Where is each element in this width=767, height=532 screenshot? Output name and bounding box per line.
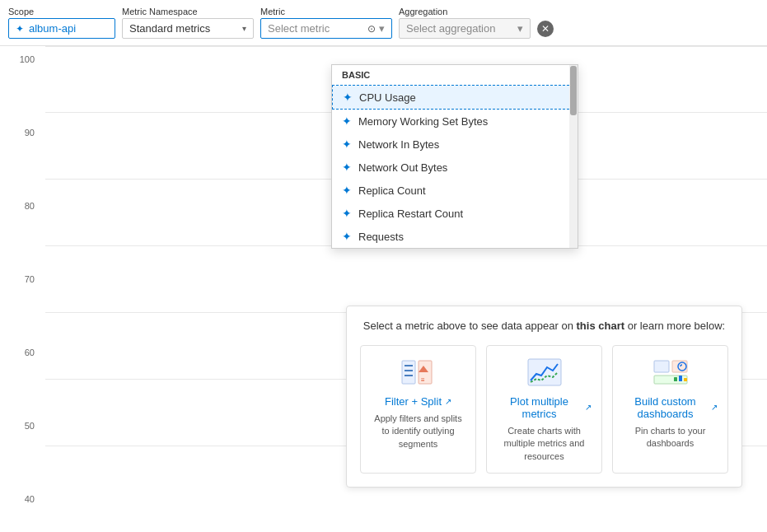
metric-label: Metric [260, 7, 392, 16]
plot-multiple-title: Plot multiple metrics ↗ [497, 395, 592, 420]
chart-icon [497, 356, 592, 389]
info-title-bold: this chart [577, 320, 625, 332]
y-label-50: 50 [4, 421, 41, 431]
toolbar: Scope ✦ album-api Metric Namespace Stand… [0, 0, 767, 46]
y-label-100: 100 [4, 54, 41, 64]
metric-namespace-dropdown[interactable]: Standard metrics ▾ [122, 18, 254, 39]
filter-split-card[interactable]: ≡ Filter + Split ↗ Apply filters and spl… [360, 345, 476, 474]
info-cards: ≡ Filter + Split ↗ Apply filters and spl… [360, 345, 728, 474]
main-container: Scope ✦ album-api Metric Namespace Stand… [0, 0, 767, 532]
metric-item-icon: ✦ [342, 207, 352, 220]
y-label-80: 80 [4, 201, 41, 211]
list-item[interactable]: ✦ Replica Restart Count [332, 202, 578, 225]
scope-icon: ✦ [16, 23, 24, 35]
scope-label: Scope [8, 7, 115, 16]
svg-rect-12 [674, 377, 677, 381]
filter-split-desc: Apply filters and splits to identify out… [371, 413, 465, 450]
aggregation-dropdown[interactable]: Select aggregation ▾ [399, 18, 531, 39]
external-link-icon: ↗ [585, 403, 592, 412]
metric-group: Metric Select metric ⊙ ▾ [260, 7, 392, 39]
metric-dropdown-menu: BASIC ✦ CPU Usage ✦ Memory Working Set B… [331, 64, 578, 249]
scope-value: album-api [29, 22, 76, 35]
custom-dashboards-desc: Pin charts to your dashboards [623, 425, 718, 450]
aggregation-group: Aggregation Select aggregation ▾ [399, 7, 531, 39]
metric-namespace-value: Standard metrics [129, 22, 210, 35]
metric-item-icon: ✦ [342, 161, 352, 174]
aggregation-chevron-icon: ▾ [517, 22, 523, 35]
plot-multiple-desc: Create charts with multiple metrics and … [497, 425, 592, 463]
metric-item-label: Network Out Bytes [358, 161, 447, 174]
metric-item-label: CPU Usage [359, 91, 416, 104]
filter-split-icon: ≡ [371, 356, 465, 389]
metric-item-icon: ✦ [342, 138, 352, 151]
metric-item-label: Memory Working Set Bytes [358, 115, 488, 128]
svg-rect-0 [402, 361, 415, 384]
list-item[interactable]: ✦ Network Out Bytes [332, 156, 578, 179]
metric-search-icon: ⊙ [367, 23, 376, 35]
metric-item-icon: ✦ [342, 114, 352, 128]
info-box: Select a metric above to see data appear… [346, 306, 742, 488]
metric-item-icon: ✦ [343, 91, 353, 104]
metric-chevron-icon: ▾ [379, 22, 385, 35]
metric-namespace-group: Metric Namespace Standard metrics ▾ [122, 7, 254, 39]
metric-item-label: Replica Restart Count [358, 208, 463, 220]
y-label-40: 40 [4, 494, 41, 504]
metric-item-icon: ✦ [342, 184, 352, 197]
scope-group: Scope ✦ album-api [8, 7, 115, 39]
list-item[interactable]: ✦ Network In Bytes [332, 133, 578, 156]
aggregation-placeholder: Select aggregation [406, 22, 495, 35]
custom-dashboards-card[interactable]: Build custom dashboards ↗ Pin charts to … [612, 345, 728, 474]
custom-dashboards-title: Build custom dashboards ↗ [623, 395, 718, 420]
filter-split-title: Filter + Split ↗ [371, 395, 465, 408]
dropdown-scrollbar[interactable] [569, 65, 578, 248]
list-item[interactable]: ✦ Requests [332, 225, 578, 248]
dashboard-icon [623, 356, 718, 389]
metric-dropdown[interactable]: Select metric ⊙ ▾ [260, 18, 392, 39]
y-label-60: 60 [4, 348, 41, 357]
metric-placeholder: Select metric [268, 22, 330, 35]
svg-text:≡: ≡ [421, 376, 425, 384]
metric-item-icon: ✦ [342, 230, 352, 243]
metric-item-label: Requests [358, 231, 404, 243]
scrollbar-thumb [570, 66, 577, 115]
metric-item-label: Network In Bytes [358, 138, 439, 151]
grid-line [45, 46, 767, 47]
external-link-icon: ↗ [711, 403, 718, 412]
svg-rect-8 [654, 361, 669, 372]
close-button[interactable]: ✕ [537, 21, 554, 37]
list-item[interactable]: ✦ CPU Usage [332, 85, 578, 110]
y-label-70: 70 [4, 274, 41, 284]
dropdown-section-basic: BASIC [332, 65, 578, 85]
chevron-down-icon: ▾ [242, 24, 246, 33]
metric-item-label: Replica Count [358, 184, 426, 197]
info-title: Select a metric above to see data appear… [360, 320, 728, 332]
list-item[interactable]: ✦ Memory Working Set Bytes [332, 110, 578, 133]
metric-namespace-label: Metric Namespace [122, 7, 254, 16]
svg-rect-13 [679, 376, 682, 381]
aggregation-label: Aggregation [399, 7, 531, 16]
scope-input[interactable]: ✦ album-api [8, 18, 115, 39]
y-axis: 100 90 80 70 60 50 40 [0, 46, 45, 512]
external-link-icon: ↗ [445, 397, 451, 406]
plot-multiple-card[interactable]: Plot multiple metrics ↗ Create charts wi… [486, 345, 602, 474]
svg-rect-14 [684, 378, 687, 381]
list-item[interactable]: ✦ Replica Count [332, 179, 578, 202]
y-label-90: 90 [4, 128, 41, 138]
